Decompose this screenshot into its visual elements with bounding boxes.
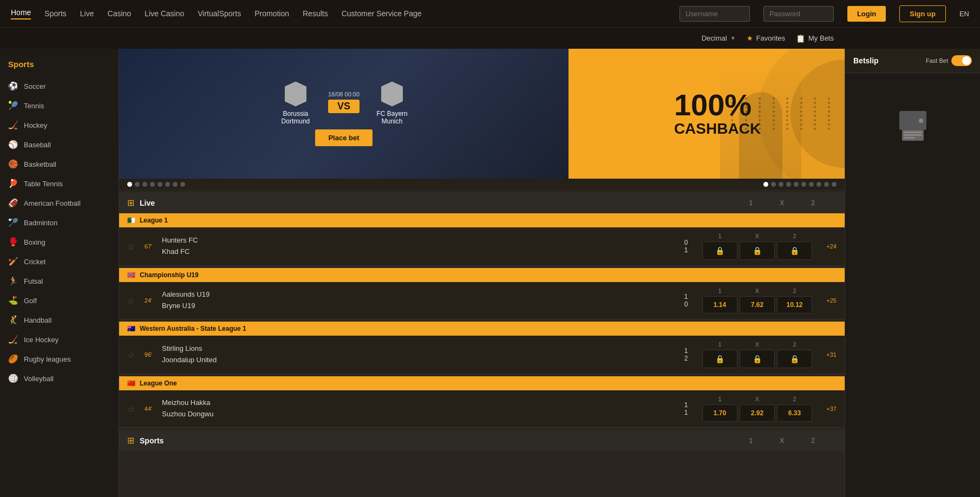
sidebar-item-soccer[interactable]: ⚽ Soccer: [0, 76, 119, 96]
fast-bet-toggle[interactable]: Fast Bet: [926, 55, 972, 66]
sidebar-item-cricket[interactable]: 🏏 Cricket: [0, 252, 119, 271]
dot-2[interactable]: [135, 182, 140, 187]
flag-1: 🇩🇿: [127, 217, 135, 224]
odds-1-2[interactable]: 1.14: [702, 296, 737, 313]
hockey-icon: 🏒: [8, 120, 18, 130]
favorite-star-1[interactable]: ☆: [127, 241, 135, 252]
league-name-2: Championship U19: [140, 271, 199, 279]
dot-3[interactable]: [142, 182, 147, 187]
sidebar-item-american-football[interactable]: 🏈 American Football: [0, 193, 119, 213]
fast-bet-label: Fast Bet: [926, 57, 948, 64]
login-button[interactable]: Login: [847, 6, 886, 22]
dot-1[interactable]: [127, 182, 132, 187]
sidebar-item-badminton[interactable]: 🏸 Badminton: [0, 213, 119, 232]
odds-2-2[interactable]: 10.12: [777, 296, 812, 313]
team1-match4: Meizhou Hakka: [162, 397, 675, 409]
sidebar-item-golf[interactable]: ⛳ Golf: [0, 291, 119, 310]
team1-match3: Stirling Lions: [162, 343, 675, 355]
promo-dot-8[interactable]: [816, 182, 821, 187]
favorite-star-3[interactable]: ☆: [127, 350, 135, 360]
odds-x-4[interactable]: 2.92: [740, 404, 775, 422]
odds-2-3[interactable]: 🔒: [777, 350, 812, 368]
sidebar-item-futsal[interactable]: 🏃 Futsal: [0, 271, 119, 291]
password-input[interactable]: [763, 6, 834, 22]
team2-match2: Bryne U19: [162, 300, 675, 312]
more-bets-2[interactable]: +25: [818, 297, 837, 304]
promo-dot-9[interactable]: [824, 182, 829, 187]
league-bar-3: 🇦🇺 Western Australia - State League 1: [119, 322, 845, 336]
sidebar-item-volleyball[interactable]: 🏐 Volleyball: [0, 369, 119, 388]
sidebar-item-basketball[interactable]: 🏀 Basketball: [0, 154, 119, 174]
match-teams-4: Meizhou Hakka Suzhou Dongwu: [162, 397, 675, 420]
more-bets-1[interactable]: +24: [818, 243, 837, 250]
promo-dot-10[interactable]: [832, 182, 837, 187]
odds-2-1[interactable]: 🔒: [777, 241, 812, 260]
nav-live-casino[interactable]: Live Casino: [145, 9, 184, 18]
odds-x-3[interactable]: 🔒: [740, 350, 775, 368]
live-title: Live: [140, 199, 155, 207]
sidebar-item-baseball[interactable]: ⚾ Baseball: [0, 135, 119, 154]
favorites-button[interactable]: ★ Favorites: [747, 34, 785, 42]
nav-live[interactable]: Live: [80, 9, 94, 18]
nav-results[interactable]: Results: [303, 9, 328, 18]
decimal-arrow-icon: ▼: [730, 35, 736, 41]
more-bets-3[interactable]: +31: [818, 351, 837, 358]
odds-1-4[interactable]: 1.70: [702, 404, 737, 422]
sidebar-item-boxing[interactable]: 🥊 Boxing: [0, 232, 119, 252]
toggle-switch[interactable]: [951, 55, 972, 66]
odds-x-2[interactable]: 7.62: [740, 296, 775, 313]
sidebar-item-ice-hockey[interactable]: 🏒 Ice Hockey: [0, 330, 119, 349]
sidebar-item-tennis[interactable]: 🎾 Tennis: [0, 96, 119, 115]
nav-customer-service[interactable]: Customer Service Page: [342, 9, 422, 18]
decimal-label: Decimal: [702, 34, 727, 42]
username-input[interactable]: [680, 6, 750, 22]
promo-dot-5[interactable]: [794, 182, 799, 187]
odds-1-3[interactable]: 🔒: [702, 350, 737, 368]
flag-2: 🇳🇴: [127, 271, 135, 279]
match-teams-2: Aalesunds U19 Bryne U19: [162, 289, 675, 312]
favorite-star-2[interactable]: ☆: [127, 296, 135, 306]
nav-promotion[interactable]: Promotion: [254, 9, 289, 18]
top-nav: Home Sports Live Casino Live Casino Virt…: [0, 0, 980, 27]
sidebar-label: Soccer: [24, 82, 45, 90]
place-bet-button[interactable]: Place bet: [315, 129, 372, 146]
odds-2-4[interactable]: 6.33: [777, 404, 812, 422]
sidebar-item-rugby[interactable]: 🏉 Rugby leagues: [0, 349, 119, 369]
sports-grid-icon: ⊞: [127, 435, 134, 446]
team2-match3: Joondalup United: [162, 355, 675, 366]
nav-sports[interactable]: Sports: [44, 9, 66, 18]
sidebar-item-handball[interactable]: 🤾 Handball: [0, 310, 119, 330]
mybets-button[interactable]: 📋 My Bets: [796, 34, 834, 43]
futsal-icon: 🏃: [8, 276, 18, 286]
match-score-2: 1 0: [681, 293, 691, 308]
dot-7[interactable]: [173, 182, 178, 187]
promo-dot-4[interactable]: [786, 182, 791, 187]
promo-dot-7[interactable]: [809, 182, 814, 187]
odds-group-2: 1 X 2 1.14 7.62 10.12: [702, 287, 812, 313]
promo-dot-2[interactable]: [771, 182, 776, 187]
dot-5[interactable]: [158, 182, 162, 187]
sidebar-label: Futsal: [24, 277, 43, 285]
promo-dot-6[interactable]: [801, 182, 806, 187]
odds-x-1[interactable]: 🔒: [740, 241, 775, 260]
more-bets-4[interactable]: +37: [818, 406, 837, 412]
promo-dot-3[interactable]: [779, 182, 783, 187]
nav-home[interactable]: Home: [11, 8, 31, 19]
language-selector[interactable]: EN: [959, 10, 969, 18]
odds-1-1[interactable]: 🔒: [702, 241, 737, 260]
boxing-icon: 🥊: [8, 237, 18, 247]
sidebar-item-table-tennis[interactable]: 🏓 Table Tennis: [0, 174, 119, 193]
sidebar-label: Cricket: [24, 258, 45, 266]
promo-dot-1[interactable]: [763, 182, 768, 187]
sidebar-label: Ice Hockey: [24, 336, 58, 344]
team1-name: Borussia Dortmund: [271, 110, 320, 125]
nav-virtual-sports[interactable]: VirtualSports: [198, 9, 241, 18]
decimal-selector[interactable]: Decimal ▼: [702, 34, 736, 42]
dot-8[interactable]: [180, 182, 185, 187]
sidebar-item-hockey[interactable]: 🏒 Hockey: [0, 115, 119, 135]
signup-button[interactable]: Sign up: [899, 5, 946, 22]
dot-4[interactable]: [150, 182, 155, 187]
favorite-star-4[interactable]: ☆: [127, 404, 135, 414]
nav-casino[interactable]: Casino: [108, 9, 132, 18]
dot-6[interactable]: [165, 182, 170, 187]
